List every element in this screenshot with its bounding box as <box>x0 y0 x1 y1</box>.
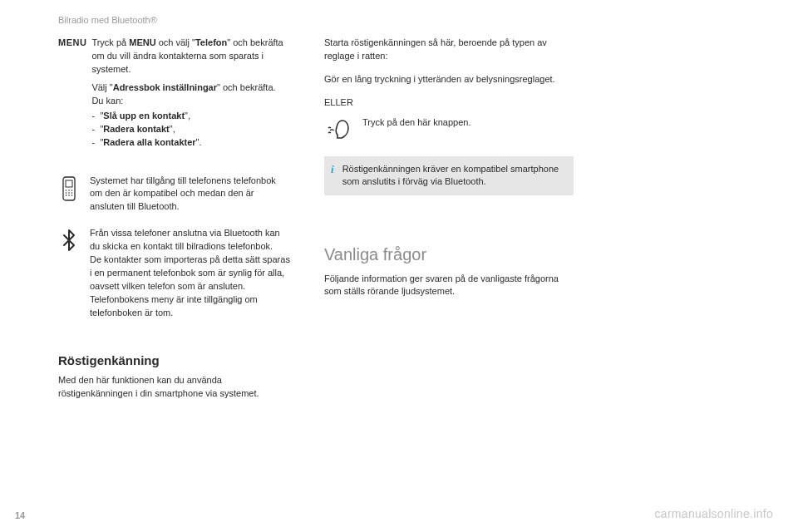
menu-bullets: "Slå upp en kontakt", "Radera kontakt", … <box>91 110 291 150</box>
right-eller: ELLER <box>324 96 574 110</box>
list-item: "Radera kontakt", <box>91 123 291 136</box>
t: Du kan: <box>91 95 291 108</box>
right-p1: Starta röstigenkänningen så här, beroend… <box>324 37 574 63</box>
list-item: "Slå upp en kontakt", <box>91 110 291 123</box>
bluetooth-note-text: Från vissa telefoner anslutna via Blueto… <box>90 227 291 320</box>
right-column: Starta röstigenkänningen så här, beroend… <box>324 37 574 401</box>
faq-heading: Vanliga frågor <box>324 245 574 264</box>
svg-rect-1 <box>66 180 72 187</box>
voice-button-text: Tryck på den här knappen. <box>362 116 574 141</box>
t: Telefonbokens meny är inte tillgänglig o… <box>90 293 291 320</box>
svg-point-5 <box>66 192 67 194</box>
svg-point-8 <box>66 195 67 196</box>
phone-icon <box>58 175 80 214</box>
right-p2: Gör en lång tryckning i ytteränden av be… <box>324 73 574 86</box>
voice-recognition-heading: Röstigenkänning <box>58 353 291 367</box>
list-item: "Radera alla kontakter". <box>91 136 291 150</box>
svg-point-4 <box>71 190 73 191</box>
phone-note-text: Systemet har tillgång till telefonens te… <box>90 175 291 214</box>
menu-body: Tryck på MENU och välj "Telefon" och bek… <box>91 37 291 150</box>
phone-note: Systemet har tillgång till telefonens te… <box>58 175 291 214</box>
menu-block: MENU Tryck på MENU och välj "Telefon" oc… <box>58 37 291 150</box>
page-number: 14 <box>15 510 25 520</box>
t-bold: Slå upp en kontakt <box>103 111 185 121</box>
svg-point-9 <box>68 195 70 196</box>
page: Bilradio med Bluetooth® MENU Tryck på ME… <box>0 0 798 532</box>
t: " och bekräfta. <box>217 82 276 92</box>
t: och välj " <box>156 37 195 47</box>
svg-point-6 <box>68 192 70 194</box>
t-bold: Radera kontakt <box>103 124 169 134</box>
menu-icon-label: MENU <box>58 37 86 150</box>
t-bold: Telefon <box>195 37 227 47</box>
section-header: Bilradio med Bluetooth® <box>58 15 765 25</box>
t: Tryck på <box>91 37 129 47</box>
voice-icon <box>324 116 352 141</box>
info-box: i Röstigenkänningen kräver en kompatibel… <box>324 156 574 195</box>
faq-body: Följande information ger svaren på de va… <box>324 273 574 299</box>
svg-point-3 <box>68 190 70 191</box>
t-bold: MENU <box>129 37 155 47</box>
content-columns: MENU Tryck på MENU och välj "Telefon" oc… <box>58 37 765 401</box>
bluetooth-icon <box>58 227 80 320</box>
t-bold: Adressbok inställningar <box>113 82 217 92</box>
watermark: carmanualsonline.info <box>655 507 774 520</box>
svg-point-7 <box>71 192 73 194</box>
t: ", <box>170 124 175 134</box>
t: Från vissa telefoner anslutna via Blueto… <box>90 227 291 254</box>
t: ", <box>185 111 190 121</box>
svg-point-10 <box>71 195 73 196</box>
voice-recognition-body: Med den här funktionen kan du använda rö… <box>58 374 291 401</box>
t-bold: Radera alla kontakter <box>103 137 195 147</box>
svg-point-2 <box>66 190 67 191</box>
voice-button-row: Tryck på den här knappen. <box>324 116 574 141</box>
t: Välj " <box>91 82 112 92</box>
t: ". <box>196 137 202 147</box>
bluetooth-note: Från vissa telefoner anslutna via Blueto… <box>58 227 291 320</box>
left-column: MENU Tryck på MENU och välj "Telefon" oc… <box>58 37 291 401</box>
t: De kontakter som importeras på detta sät… <box>90 254 291 293</box>
info-icon: i <box>331 163 334 189</box>
info-text: Röstigenkänningen kräver en kompatibel s… <box>342 163 565 189</box>
